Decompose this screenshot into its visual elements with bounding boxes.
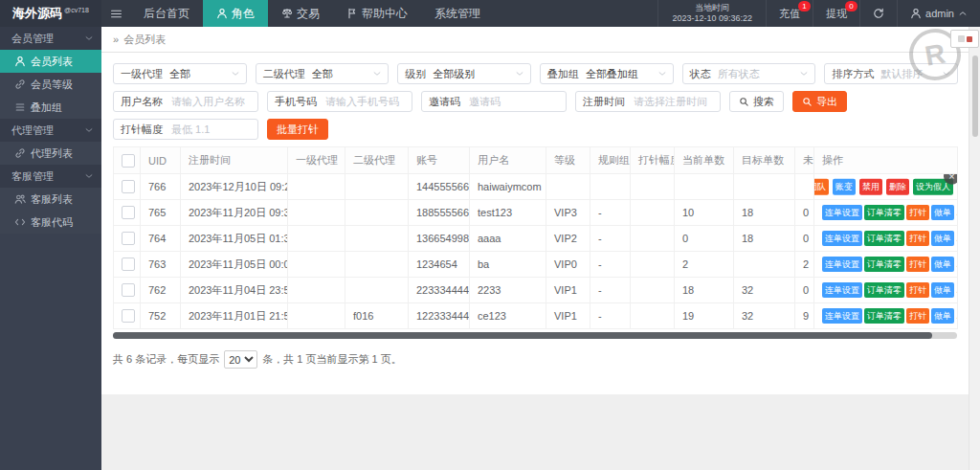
select-all-checkbox[interactable] bbox=[122, 154, 135, 168]
horizontal-scrollbar-thumb[interactable] bbox=[113, 332, 932, 339]
row-checkbox[interactable] bbox=[122, 232, 135, 245]
sidebar-item-member-management[interactable]: 会员管理 bbox=[0, 27, 101, 50]
sidebar-item-agent-management[interactable]: 代理管理 bbox=[0, 119, 101, 142]
sidebar-item-label: 会员管理 bbox=[11, 32, 54, 46]
filter-label: 手机号码 bbox=[268, 95, 323, 109]
export-button-label: 导出 bbox=[816, 95, 837, 109]
action-button[interactable]: 订单清零 bbox=[864, 282, 904, 299]
column-header: 二级代理 bbox=[345, 147, 409, 174]
level-select[interactable]: 级别全部级别 bbox=[397, 63, 531, 84]
inject-input[interactable] bbox=[169, 123, 252, 136]
withdraw-button[interactable]: 提现 0 bbox=[813, 0, 860, 27]
more-actions-button[interactable]: ... bbox=[956, 284, 958, 295]
action-button[interactable]: 查看团队 bbox=[814, 179, 830, 195]
more-actions-button[interactable]: ... bbox=[956, 310, 958, 321]
action-button[interactable]: 做单 bbox=[931, 205, 954, 221]
cell-level: VIP0 bbox=[546, 252, 590, 278]
cell-agent2 bbox=[345, 252, 409, 278]
invite-input[interactable] bbox=[467, 95, 560, 108]
admin-menu[interactable]: admin bbox=[898, 0, 980, 27]
corner-widget[interactable] bbox=[950, 30, 979, 48]
filter-label: 级别 bbox=[398, 67, 433, 81]
cell-agent1 bbox=[288, 174, 345, 200]
cell-time: 2023年11月20日 09:31:56 bbox=[181, 200, 288, 226]
sidebar-toggle-button[interactable] bbox=[101, 0, 130, 27]
action-button[interactable]: 做单 bbox=[931, 308, 954, 325]
action-button[interactable]: 做单 bbox=[931, 231, 954, 247]
action-button[interactable]: 连单设置 bbox=[822, 231, 862, 247]
status-select[interactable]: 状态所有状态 bbox=[682, 63, 816, 84]
cell-account: 14455556666 bbox=[409, 174, 470, 200]
action-button[interactable]: 订单清零 bbox=[864, 231, 904, 247]
action-button[interactable]: 连单设置 bbox=[822, 282, 862, 299]
agent1-select[interactable]: 一级代理全部 bbox=[113, 63, 247, 84]
tab-help[interactable]: 帮助中心 bbox=[333, 0, 421, 27]
row-checkbox[interactable] bbox=[122, 206, 135, 219]
vertical-scrollbar[interactable] bbox=[969, 27, 980, 470]
stack-select[interactable]: 叠加组全部叠加组 bbox=[540, 63, 674, 84]
admin-name: admin bbox=[925, 8, 954, 19]
action-button[interactable]: 打针 bbox=[906, 257, 929, 273]
more-actions-button[interactable]: ... bbox=[956, 258, 958, 269]
row-checkbox[interactable] bbox=[122, 180, 135, 193]
more-actions-button[interactable]: ... bbox=[956, 207, 958, 217]
row-checkbox[interactable] bbox=[122, 257, 135, 271]
column-header: 打针幅度 bbox=[631, 147, 675, 174]
export-button[interactable]: 导出 bbox=[792, 91, 847, 112]
action-button[interactable]: 做单 bbox=[931, 282, 954, 299]
sidebar-item-service-code[interactable]: 客服代码 bbox=[0, 211, 101, 234]
batch-inject-button[interactable]: 批量打针 bbox=[267, 119, 328, 140]
refresh-button[interactable] bbox=[860, 0, 898, 27]
action-button[interactable]: 连单设置 bbox=[822, 257, 862, 273]
per-page-select[interactable]: 20 bbox=[224, 350, 257, 369]
sidebar-item-agent-list[interactable]: 代理列表 bbox=[0, 142, 101, 165]
sidebar-item-member-list[interactable]: 会员列表 bbox=[0, 50, 101, 73]
regtime-input[interactable] bbox=[632, 95, 714, 108]
action-button[interactable]: 打针 bbox=[906, 231, 929, 247]
cell-target_orders bbox=[734, 174, 795, 200]
tab-role[interactable]: 角色 bbox=[203, 0, 268, 27]
filter-label: 排序方式 bbox=[825, 67, 880, 81]
search-button[interactable]: 搜索 bbox=[729, 91, 784, 112]
horizontal-scrollbar[interactable] bbox=[113, 332, 957, 339]
action-button[interactable]: 做单 bbox=[931, 257, 954, 273]
cell-uid: 763 bbox=[141, 252, 181, 278]
sidebar-item-service-list[interactable]: 客服列表 bbox=[0, 188, 101, 211]
phone-input[interactable] bbox=[323, 95, 406, 108]
sidebar-item-stack-group[interactable]: 叠加组 bbox=[0, 96, 101, 119]
tab-trade[interactable]: 交易 bbox=[268, 0, 333, 27]
chevron-down-icon bbox=[84, 34, 94, 43]
action-button[interactable]: 连单设置 bbox=[822, 308, 862, 325]
action-button[interactable]: 连单设置 bbox=[822, 205, 862, 221]
action-button[interactable]: 打针 bbox=[906, 308, 929, 325]
action-button[interactable]: 打针 bbox=[906, 282, 929, 299]
action-button[interactable]: 禁用 bbox=[859, 179, 882, 195]
row-checkbox[interactable] bbox=[122, 309, 135, 323]
action-button[interactable]: 打针 bbox=[906, 205, 929, 221]
column-header: 用户名 bbox=[470, 147, 546, 174]
local-time-value: 2023-12-10 09:36:22 bbox=[672, 13, 752, 24]
vertical-scrollbar-thumb[interactable] bbox=[972, 56, 978, 137]
action-button[interactable]: 订单清零 bbox=[864, 257, 904, 273]
recharge-button[interactable]: 充值 1 bbox=[767, 0, 813, 27]
action-button[interactable]: 订单清零 bbox=[864, 308, 904, 325]
tab-home[interactable]: 后台首页 bbox=[130, 0, 203, 27]
username-input[interactable] bbox=[169, 95, 252, 108]
action-button[interactable]: 删除 bbox=[886, 179, 909, 195]
users-icon bbox=[14, 193, 26, 205]
chevron-up-icon bbox=[958, 9, 968, 18]
sidebar-item-label: 会员等级 bbox=[31, 78, 73, 92]
sort-select[interactable]: 排序方式默认排序 bbox=[824, 63, 958, 84]
sidebar-item-service-management[interactable]: 客服管理 bbox=[0, 165, 101, 188]
scales-icon bbox=[281, 8, 293, 19]
sidebar-item-label: 代理列表 bbox=[31, 146, 73, 161]
cell-time: 2023年12月10日 09:29:51 bbox=[181, 174, 288, 200]
recharge-badge: 1 bbox=[798, 1, 811, 11]
more-actions-button[interactable]: ... bbox=[956, 233, 958, 243]
action-button[interactable]: 订单清零 bbox=[864, 205, 904, 221]
sidebar-item-member-level[interactable]: 会员等级 bbox=[0, 73, 101, 96]
action-button[interactable]: 账变 bbox=[833, 179, 856, 195]
row-checkbox[interactable] bbox=[122, 283, 135, 297]
tab-system[interactable]: 系统管理 bbox=[421, 0, 494, 27]
agent2-select[interactable]: 二级代理全部 bbox=[256, 63, 390, 84]
